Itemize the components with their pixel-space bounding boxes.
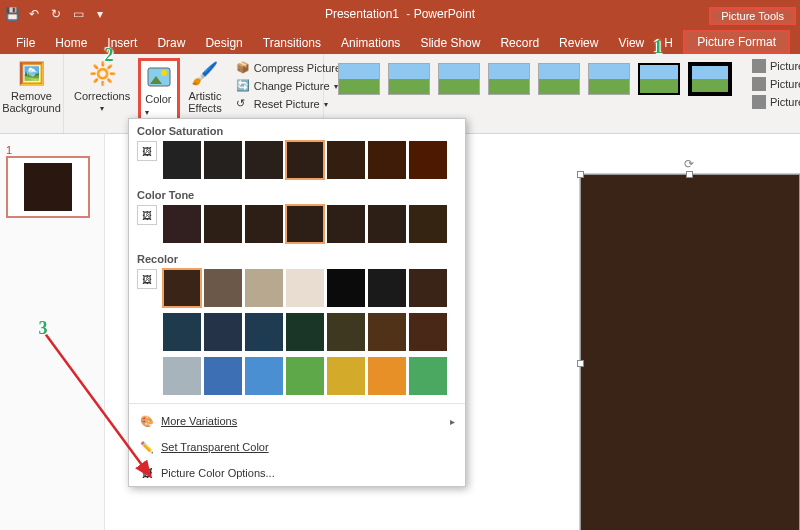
picture-border-button[interactable]: Picture Bo — [750, 58, 800, 74]
frame-style-thumb[interactable] — [538, 63, 580, 95]
artistic-label: Artistic Effects — [188, 90, 221, 114]
contextual-tab-label: Picture Tools — [709, 7, 796, 25]
titlebar: 💾 ↶ ↻ ▭ ▾ Presentation1 - PowerPoint Pic… — [0, 0, 800, 28]
recolor-swatch[interactable] — [286, 313, 324, 351]
saturation-grid: 🖼 — [129, 141, 465, 183]
recolor-swatch[interactable] — [368, 313, 406, 351]
picture-color-options-item[interactable]: 🖼 Picture Color Options... — [129, 460, 465, 486]
app-name: PowerPoint — [414, 7, 475, 21]
effects-icon — [752, 77, 766, 91]
tab-file[interactable]: File — [6, 32, 45, 54]
qat-more-icon[interactable]: ▾ — [92, 6, 108, 22]
tone-swatch[interactable] — [245, 205, 283, 243]
recolor-swatch[interactable] — [368, 269, 406, 307]
reset-tone-icon[interactable]: 🖼 — [137, 205, 157, 225]
tone-swatch[interactable] — [409, 205, 447, 243]
panel-separator — [129, 403, 465, 404]
reset-picture-icon: ↺ — [236, 97, 250, 111]
saturation-swatch[interactable] — [204, 141, 242, 179]
resize-handle[interactable] — [577, 360, 584, 367]
thumbnail-image — [24, 163, 72, 211]
recolor-swatch[interactable] — [204, 357, 242, 395]
tone-swatch[interactable] — [204, 205, 242, 243]
group-remove-background: 🖼️ Remove Background — [0, 54, 64, 133]
recolor-swatch[interactable] — [409, 269, 447, 307]
recolor-heading: Recolor — [129, 247, 465, 269]
reset-recolor-icon[interactable]: 🖼 — [137, 269, 157, 289]
tab-slideshow[interactable]: Slide Show — [410, 32, 490, 54]
resize-handle[interactable] — [577, 171, 584, 178]
more-variations-item[interactable]: 🎨 More Variations ▸ — [129, 408, 465, 434]
tab-animations[interactable]: Animations — [331, 32, 410, 54]
recolor-swatch[interactable] — [204, 313, 242, 351]
recolor-swatch[interactable] — [163, 269, 201, 307]
frame-style-thumb[interactable] — [588, 63, 630, 95]
resize-handle[interactable] — [686, 171, 693, 178]
reset-saturation-icon[interactable]: 🖼 — [137, 141, 157, 161]
saturation-swatch-selected[interactable] — [286, 141, 324, 179]
frame-style-thumb[interactable] — [388, 63, 430, 95]
recolor-swatch[interactable] — [245, 357, 283, 395]
tab-draw[interactable]: Draw — [147, 32, 195, 54]
selected-picture[interactable]: ⟳ — [580, 174, 800, 530]
tab-review[interactable]: Review — [549, 32, 608, 54]
remove-bg-label: Remove Background — [2, 90, 61, 114]
saturation-swatch[interactable] — [327, 141, 365, 179]
start-from-beginning-icon[interactable]: ▭ — [70, 6, 86, 22]
change-picture-icon: 🔄 — [236, 79, 250, 93]
frame-style-thumb[interactable] — [638, 63, 680, 95]
layout-icon — [752, 95, 766, 109]
recolor-swatch[interactable] — [245, 269, 283, 307]
saturation-swatch[interactable] — [368, 141, 406, 179]
corrections-button[interactable]: 🔆 Corrections▾ — [70, 58, 134, 122]
saturation-swatch[interactable] — [409, 141, 447, 179]
tab-record[interactable]: Record — [490, 32, 549, 54]
saturation-heading: Color Saturation — [129, 119, 465, 141]
recolor-swatch[interactable] — [368, 357, 406, 395]
set-transparent-color-item[interactable]: ✏️ Set Transparent Color — [129, 434, 465, 460]
tab-picture-format[interactable]: Picture Format — [683, 30, 790, 54]
picture-layout-button[interactable]: Picture Lay — [750, 94, 800, 110]
corrections-label: Corrections — [74, 90, 130, 102]
frame-style-thumb[interactable] — [688, 62, 732, 96]
rotation-handle-icon[interactable]: ⟳ — [684, 157, 696, 169]
slide-thumbnail[interactable] — [6, 156, 90, 218]
tone-swatch[interactable] — [327, 205, 365, 243]
recolor-swatch[interactable] — [204, 269, 242, 307]
tone-swatch[interactable] — [163, 205, 201, 243]
tab-design[interactable]: Design — [195, 32, 252, 54]
callout-2: 2 — [96, 42, 122, 68]
doc-name: Presentation1 — [325, 7, 399, 21]
saturation-swatch[interactable] — [163, 141, 201, 179]
save-icon[interactable]: 💾 — [4, 6, 20, 22]
artistic-effects-button[interactable]: 🖌️ Artistic Effects — [184, 58, 225, 122]
frame-style-thumb[interactable] — [338, 63, 380, 95]
tab-home[interactable]: Home — [45, 32, 97, 54]
recolor-grid: 🖼 — [129, 269, 465, 399]
frame-style-thumb[interactable] — [488, 63, 530, 95]
slide-number: 1 — [6, 144, 12, 156]
color-button[interactable]: Color ▾ — [138, 58, 180, 122]
recolor-swatch[interactable] — [245, 313, 283, 351]
recolor-swatch[interactable] — [409, 313, 447, 351]
recolor-swatch[interactable] — [286, 269, 324, 307]
frame-style-thumb[interactable] — [438, 63, 480, 95]
svg-line-3 — [44, 332, 150, 476]
recolor-swatch[interactable] — [286, 357, 324, 395]
redo-icon[interactable]: ↻ — [48, 6, 64, 22]
recolor-swatch[interactable] — [327, 269, 365, 307]
compress-icon: 📦 — [236, 61, 250, 75]
recolor-swatch[interactable] — [327, 313, 365, 351]
remove-background-button[interactable]: 🖼️ Remove Background — [0, 58, 65, 116]
saturation-swatch[interactable] — [245, 141, 283, 179]
undo-icon[interactable]: ↶ — [26, 6, 42, 22]
tone-swatch-selected[interactable] — [286, 205, 324, 243]
tone-swatch[interactable] — [368, 205, 406, 243]
remove-background-icon: 🖼️ — [18, 60, 46, 88]
color-label: Color — [145, 93, 171, 105]
recolor-swatch[interactable] — [327, 357, 365, 395]
picture-effects-button[interactable]: Picture Eff — [750, 76, 800, 92]
recolor-swatch[interactable] — [409, 357, 447, 395]
picture-styles-gallery[interactable] — [330, 58, 740, 100]
tab-transitions[interactable]: Transitions — [253, 32, 331, 54]
